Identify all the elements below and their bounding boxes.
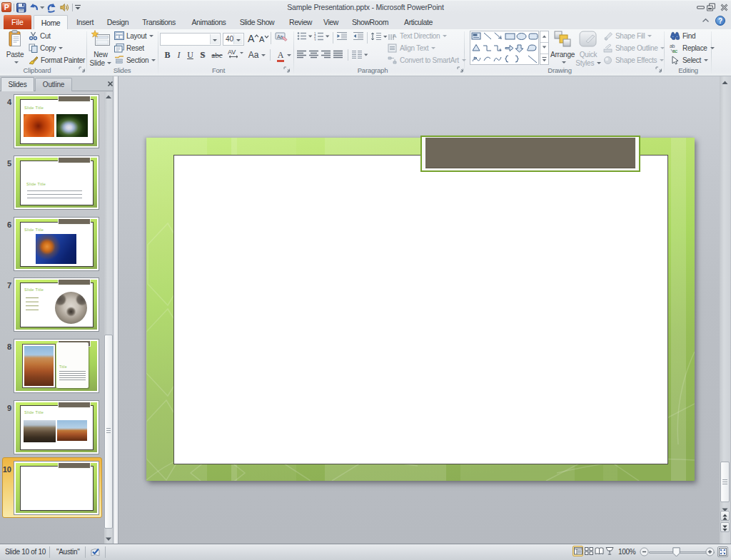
svg-text:A: A (393, 33, 397, 39)
svg-text:P: P (4, 3, 9, 11)
svg-text:AV: AV (228, 49, 236, 56)
svg-text:ab: ab (670, 44, 675, 49)
svg-text:3: 3 (314, 39, 316, 41)
